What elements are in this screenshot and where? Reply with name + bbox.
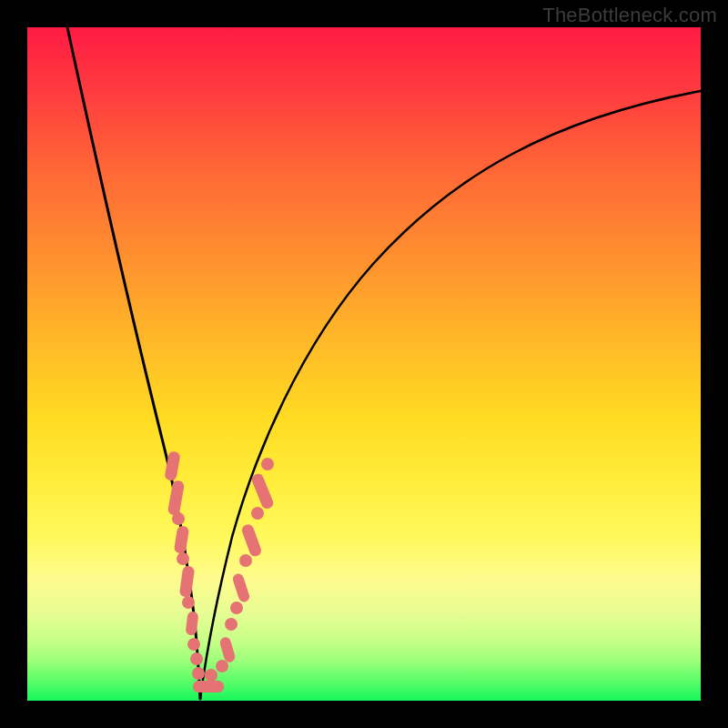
watermark-text: TheBottleneck.com <box>542 4 717 27</box>
markers-trough <box>192 660 228 693</box>
markers-left <box>164 450 203 665</box>
svg-rect-7 <box>185 611 198 635</box>
markers-right <box>218 458 275 663</box>
svg-point-18 <box>239 554 252 567</box>
svg-rect-19 <box>240 523 263 558</box>
svg-point-13 <box>216 660 228 672</box>
svg-point-2 <box>172 512 185 525</box>
plot-area <box>27 27 701 701</box>
svg-point-22 <box>261 458 274 470</box>
svg-point-8 <box>187 638 200 651</box>
svg-rect-11 <box>193 681 224 693</box>
svg-rect-0 <box>164 450 180 481</box>
svg-point-16 <box>230 602 243 614</box>
curve-svg <box>27 27 701 701</box>
svg-rect-17 <box>231 572 250 603</box>
svg-point-4 <box>177 552 189 565</box>
svg-point-12 <box>205 669 217 682</box>
chart-frame: TheBottleneck.com <box>0 0 728 728</box>
svg-rect-14 <box>218 636 236 663</box>
svg-rect-1 <box>167 480 185 516</box>
svg-rect-21 <box>250 472 275 511</box>
svg-point-10 <box>192 667 205 680</box>
svg-point-9 <box>190 652 203 665</box>
svg-point-15 <box>225 618 238 631</box>
svg-point-20 <box>251 507 264 520</box>
svg-point-6 <box>182 596 195 609</box>
svg-rect-5 <box>179 565 196 597</box>
curve-left <box>67 27 200 699</box>
svg-rect-3 <box>174 525 190 554</box>
curve-right <box>200 91 701 699</box>
